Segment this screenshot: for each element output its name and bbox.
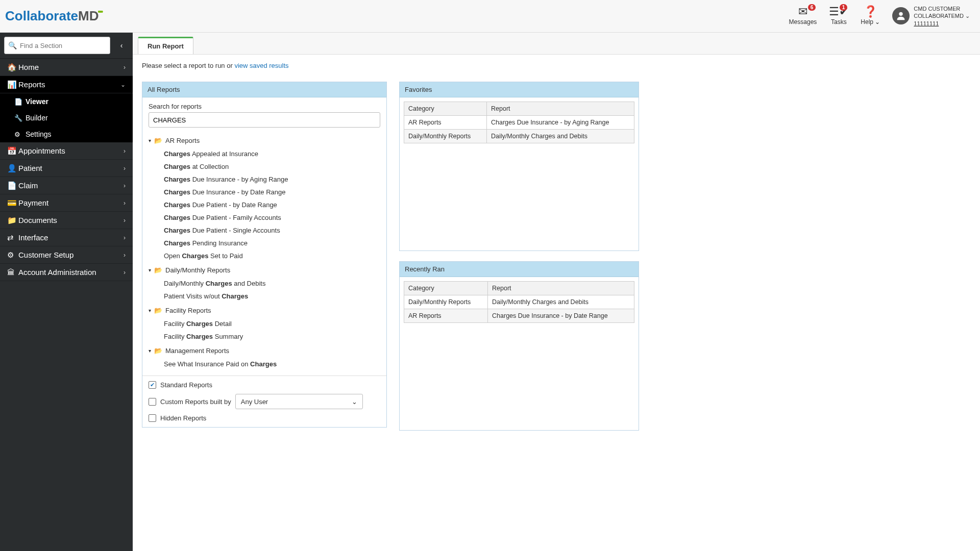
- doc-icon: 📄: [14, 98, 26, 106]
- sidebar-search[interactable]: 🔍: [4, 37, 110, 54]
- report-item[interactable]: Charges Due Patient - by Date Range: [149, 198, 380, 211]
- wrench-icon: 🔧: [14, 114, 26, 122]
- tree-category[interactable]: ▾📂Facility Reports: [149, 307, 380, 314]
- recently-ran-panel: Recently Ran Category Report Daily/Month…: [399, 261, 639, 431]
- chevron-icon: ⌄: [120, 81, 126, 88]
- report-item[interactable]: Charges at Collection: [149, 160, 380, 173]
- folder-open-icon: 📂: [154, 266, 162, 274]
- tasks-label: Tasks: [831, 18, 847, 26]
- instruction-text: Please select a report to run or view sa…: [142, 62, 971, 69]
- app-logo: CollaborateMD •••: [5, 8, 102, 24]
- report-item[interactable]: Charges Due Patient - Single Accounts: [149, 224, 380, 237]
- all-reports-header: All Reports: [142, 82, 386, 97]
- custom-reports-checkbox[interactable]: [149, 398, 156, 406]
- custom-reports-label: Custom Reports built by: [160, 398, 231, 406]
- view-saved-results-link[interactable]: view saved results: [234, 62, 288, 69]
- folder-icon: 📁: [7, 216, 18, 225]
- tree-category[interactable]: ▾📂Daily/Monthly Reports: [149, 266, 380, 274]
- recently-col-category: Category: [404, 282, 488, 295]
- report-item[interactable]: Facility Charges Summary: [149, 330, 380, 343]
- standard-reports-checkbox[interactable]: [149, 381, 156, 389]
- table-row[interactable]: Daily/Monthly ReportsDaily/Monthly Charg…: [404, 130, 634, 143]
- sidebar: 🔍 ‹ 🏠Home›📊Reports⌄📄Viewer🔧Builder⚙Setti…: [0, 33, 133, 551]
- tasks-button[interactable]: ☰✔ 1 Tasks: [829, 6, 848, 26]
- chevron-icon: ›: [124, 269, 126, 276]
- sidebar-collapse-button[interactable]: ‹: [114, 38, 129, 53]
- tab-run-report[interactable]: Run Report: [138, 37, 193, 54]
- user-text: CMD CUSTOMER COLLABORATEMD ⌄ 11111111: [914, 5, 970, 27]
- user-name: CMD CUSTOMER: [914, 5, 970, 12]
- chevron-icon: ›: [124, 147, 126, 155]
- favorites-col-report: Report: [487, 102, 634, 116]
- nav-item-interface[interactable]: ⇄Interface›: [0, 229, 133, 246]
- user-account: 11111111: [914, 20, 970, 27]
- folder-open-icon: 📂: [154, 307, 162, 314]
- swap-icon: ⇄: [7, 233, 18, 242]
- chevron-icon: ›: [124, 234, 126, 241]
- report-item[interactable]: Patient Visits w/out Charges: [149, 290, 380, 303]
- person-icon: 👤: [7, 164, 18, 173]
- nav-item-patient[interactable]: 👤Patient›: [0, 160, 133, 177]
- recently-ran-header: Recently Ran: [400, 262, 639, 277]
- report-item[interactable]: See What Insurance Paid on Charges: [149, 358, 380, 370]
- table-row[interactable]: AR ReportsCharges Due Insurance - by Dat…: [404, 309, 634, 323]
- help-label: Help ⌄: [861, 18, 880, 26]
- report-item[interactable]: Open Charges Set to Paid: [149, 249, 380, 262]
- messages-label: Messages: [789, 18, 817, 26]
- nav-sub-viewer[interactable]: 📄Viewer: [0, 93, 133, 110]
- report-item[interactable]: Charges Due Insurance - by Aging Range: [149, 173, 380, 186]
- header-right: ✉ 6 Messages ☰✔ 1 Tasks ❓ Help ⌄ CMD CUS…: [789, 5, 970, 27]
- card-icon: 💳: [7, 198, 18, 208]
- report-item[interactable]: Daily/Monthly Charges and Debits: [149, 277, 380, 290]
- messages-badge: 6: [808, 4, 816, 11]
- nav-item-reports[interactable]: 📊Reports⌄: [0, 76, 133, 93]
- report-item[interactable]: Charges Pending Insurance: [149, 237, 380, 249]
- logo-part-2: MD: [78, 8, 99, 24]
- nav-item-home[interactable]: 🏠Home›: [0, 59, 133, 76]
- search-reports-input[interactable]: [149, 112, 380, 128]
- nav-sub-builder[interactable]: 🔧Builder: [0, 110, 133, 126]
- folder-open-icon: 📂: [154, 137, 162, 144]
- recently-col-report: Report: [488, 282, 634, 295]
- hidden-reports-checkbox[interactable]: [149, 414, 156, 422]
- logo-dots-icon: •••: [97, 8, 102, 16]
- nav-item-account-administration[interactable]: 🏛Account Administration›: [0, 264, 133, 281]
- hidden-reports-label: Hidden Reports: [160, 414, 206, 422]
- avatar-icon: [892, 7, 910, 24]
- nav-sub-settings[interactable]: ⚙Settings: [0, 126, 133, 142]
- help-icon: ❓: [864, 6, 877, 17]
- report-item[interactable]: Charges Due Insurance - by Date Range: [149, 186, 380, 198]
- tab-bar: Run Report: [133, 33, 980, 55]
- report-item[interactable]: Charges Due Patient - Family Accounts: [149, 211, 380, 224]
- custom-user-select[interactable]: Any User ⌄: [235, 394, 363, 409]
- nav-item-customer-setup[interactable]: ⚙Customer Setup›: [0, 246, 133, 264]
- nav-item-payment[interactable]: 💳Payment›: [0, 194, 133, 212]
- logo-part-1: Collaborate: [5, 8, 78, 24]
- main-area: Run Report Please select a report to run…: [133, 33, 980, 551]
- report-item[interactable]: Charges Appealed at Insurance: [149, 147, 380, 160]
- favorites-table: Category Report AR ReportsCharges Due In…: [404, 102, 634, 143]
- chevron-down-icon: ⌄: [352, 398, 357, 406]
- tree-category[interactable]: ▾📂Management Reports: [149, 347, 380, 355]
- table-row[interactable]: Daily/Monthly ReportsDaily/Monthly Charg…: [404, 295, 634, 309]
- search-icon: 🔍: [5, 41, 20, 49]
- favorites-col-category: Category: [404, 102, 487, 116]
- sidebar-search-input[interactable]: [20, 42, 110, 49]
- help-button[interactable]: ❓ Help ⌄: [861, 6, 880, 26]
- messages-button[interactable]: ✉ 6 Messages: [789, 6, 817, 26]
- table-row[interactable]: AR ReportsCharges Due Insurance - by Agi…: [404, 116, 634, 130]
- caret-down-icon: ▾: [149, 308, 151, 313]
- gear-icon: ⚙: [14, 131, 26, 138]
- nav-item-documents[interactable]: 📁Documents›: [0, 212, 133, 229]
- chevron-icon: ›: [124, 199, 126, 207]
- user-menu[interactable]: CMD CUSTOMER COLLABORATEMD ⌄ 11111111: [892, 5, 970, 27]
- report-item[interactable]: Facility Charges Detail: [149, 317, 380, 330]
- messages-icon: ✉: [798, 6, 807, 17]
- tree-category[interactable]: ▾📂AR Reports: [149, 137, 380, 144]
- favorites-panel: Favorites Category Report AR ReportsChar…: [399, 82, 639, 251]
- nav-item-appointments[interactable]: 📅Appointments›: [0, 142, 133, 160]
- all-reports-panel: All Reports Search for reports ▾📂AR Repo…: [142, 82, 387, 428]
- file-icon: 📄: [7, 181, 18, 190]
- caret-down-icon: ▾: [149, 138, 151, 143]
- nav-item-claim[interactable]: 📄Claim›: [0, 177, 133, 194]
